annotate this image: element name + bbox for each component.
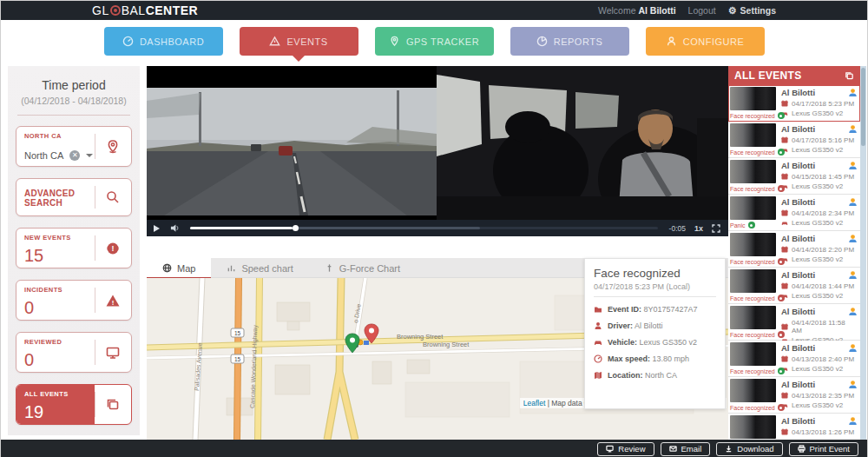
download-button[interactable]: Download: [716, 442, 782, 456]
event-driver-name: Al Bilotti: [781, 161, 857, 170]
map-icon: [594, 371, 602, 380]
event-thumbnail: [730, 123, 776, 147]
event-list-item[interactable]: Face recognized Al Bilotti 04/13/2018 2:…: [728, 377, 860, 414]
email-button[interactable]: Email: [661, 442, 711, 456]
person-icon: [666, 36, 677, 47]
video-controls: -0:05 1x: [147, 220, 728, 236]
search-button[interactable]: [95, 179, 131, 215]
warning-triangle-icon: [269, 36, 280, 47]
event-driver-name: Al Bilotti: [781, 343, 857, 353]
event-tag: Face recognized: [730, 149, 776, 156]
chevron-down-icon[interactable]: [86, 154, 93, 161]
location-filter-label: NORTH CA: [24, 132, 95, 140]
event-list-item[interactable]: Face recognized Al Bilotti 04/17/2018 5:…: [728, 85, 860, 122]
top-bar: GL BAL CENTER Welcome Al Bilotti Logout …: [1, 1, 867, 20]
event-list-item[interactable]: Face recognized Al Bilotti 04/14/2018 11…: [728, 304, 860, 341]
event-driver-name: Al Bilotti: [781, 416, 857, 426]
fullscreen-button[interactable]: [707, 224, 725, 233]
eye-icon: [778, 185, 785, 192]
time-period-label: Time period: [16, 78, 132, 92]
event-list-item[interactable]: Face recognized Al Bilotti 04/13/2018 1:…: [728, 414, 860, 440]
seek-bar[interactable]: [190, 227, 658, 229]
clear-location-icon[interactable]: ✕: [69, 150, 80, 161]
event-vehicle-row: Lexus GS350 v2: [781, 255, 857, 263]
event-vehicle-row: Lexus GS350 v2: [781, 219, 857, 227]
reviewed-count: 0: [24, 351, 95, 368]
warning-triangle-icon: !: [105, 293, 121, 308]
location-pin-button[interactable]: [95, 127, 131, 166]
remaining-time: -0:05: [665, 224, 690, 233]
nav-events-button[interactable]: EVENTS: [240, 27, 358, 56]
event-thumbnail: [730, 269, 776, 293]
event-list-item[interactable]: Face recognized Al Bilotti 04/14/2018 1:…: [728, 268, 860, 304]
new-events-card[interactable]: NEW EVENTS 15 !: [16, 228, 132, 268]
location-select[interactable]: North CA ✕: [24, 150, 95, 162]
play-button[interactable]: [147, 220, 166, 236]
time-period-range: (04/12/2018 - 04/18/2018): [16, 96, 132, 106]
incidents-card[interactable]: INCIDENTS 0 !: [16, 280, 132, 321]
all-events-card[interactable]: ALL EVENTS 19: [16, 384, 132, 425]
event-list-item[interactable]: Face recognized Al Bilotti 04/15/2018 1:…: [728, 158, 860, 195]
calendar-icon: [781, 428, 788, 435]
playback-rate-button[interactable]: 1x: [690, 224, 707, 233]
copy-icon[interactable]: [845, 71, 854, 81]
nav-configure-button[interactable]: CONFIGURE: [646, 27, 765, 56]
tab-map[interactable]: Map: [147, 258, 211, 278]
print-event-button[interactable]: Print Event: [789, 442, 858, 456]
event-date-row: 04/13/2018 2:40 PM: [781, 355, 857, 363]
event-date-row: 04/14/2018 1:44 PM: [781, 282, 857, 290]
scrollbar[interactable]: [860, 66, 866, 440]
face-recognition-icon: [848, 234, 858, 243]
event-vehicle-row: Lexus GS350 v2: [781, 401, 857, 409]
eye-icon: [778, 404, 785, 411]
face-recognition-icon: [848, 88, 858, 97]
settings-button[interactable]: ⚙ Settings: [728, 5, 776, 17]
event-tag: Face recognized: [730, 112, 776, 119]
scrollbar-thumb[interactable]: [861, 68, 865, 146]
search-icon: [105, 189, 121, 205]
all-events-count: 19: [24, 403, 95, 421]
nav-dashboard-button[interactable]: DASHBOARD: [104, 27, 223, 56]
event-driver-name: Al Bilotti: [781, 234, 857, 243]
video-player[interactable]: -0:05 1x: [147, 66, 728, 236]
eye-icon: [778, 149, 785, 156]
event-date-row: 04/17/2018 5:16 PM: [781, 136, 857, 144]
tab-speed-chart[interactable]: Speed chart: [211, 258, 308, 278]
folder-icon: [594, 305, 602, 314]
event-thumbnail: [730, 342, 776, 366]
event-list-item[interactable]: Face recognized Al Bilotti 04/14/2018 2:…: [728, 231, 860, 268]
event-list-item[interactable]: Panic Al Bilotti 04/14/2018 2:34 PM Lexu…: [728, 195, 860, 231]
leaflet-link[interactable]: Leaflet: [523, 399, 546, 407]
svg-text:!: !: [112, 244, 115, 253]
calendar-icon: [781, 323, 788, 330]
eye-icon: [778, 331, 785, 338]
nav-reports-button[interactable]: REPORTS: [510, 27, 629, 56]
nav-gps-tracker-button[interactable]: GPS TRACKER: [375, 27, 494, 56]
username: Al Bilotti: [638, 5, 675, 16]
logo-text-bal: BAL: [122, 3, 146, 17]
event-tag: Face recognized: [730, 404, 776, 411]
advanced-search-card[interactable]: ADVANCED SEARCH: [16, 178, 132, 216]
event-date-row: 04/14/2018 11:58 AM: [781, 319, 857, 334]
person-icon: [594, 321, 602, 330]
events-list: Face recognized Al Bilotti 04/17/2018 5:…: [728, 85, 860, 440]
svg-text:15: 15: [234, 356, 241, 362]
location-filter-card: NORTH CA North CA ✕: [16, 126, 132, 167]
calendar-icon: [781, 392, 788, 399]
tab-gforce-chart[interactable]: G-Force Chart: [309, 258, 416, 278]
event-driver-name: Al Bilotti: [781, 197, 857, 207]
event-list-item[interactable]: Face recognized Al Bilotti 04/17/2018 5:…: [728, 122, 860, 158]
copy-icon: [105, 397, 121, 413]
monitor-icon: [105, 345, 121, 361]
review-button[interactable]: Review: [597, 442, 654, 456]
svg-text:15: 15: [234, 330, 241, 336]
reviewed-card[interactable]: REVIEWED 0: [16, 332, 132, 373]
event-details-panel: Face recognized 04/17/2018 5:23 PM (Loca…: [584, 258, 726, 409]
seek-handle[interactable]: [293, 225, 299, 231]
volume-icon[interactable]: [166, 223, 183, 233]
incidents-label: INCIDENTS: [24, 286, 95, 294]
new-events-count: 15: [24, 247, 95, 264]
event-list-item[interactable]: Face recognized Al Bilotti 04/13/2018 2:…: [728, 341, 860, 377]
logout-link[interactable]: Logout: [688, 5, 716, 16]
face-recognition-icon: [848, 307, 858, 316]
